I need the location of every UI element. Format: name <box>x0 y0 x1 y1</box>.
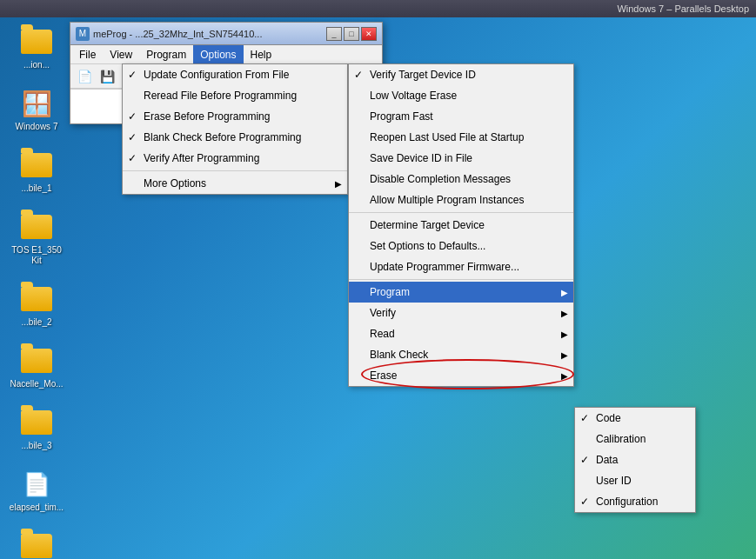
prog-submenu-label: User ID <box>596 475 632 487</box>
program-submenu: ✓ Code Calibration ✓ Data User ID ✓ Conf… <box>574 407 696 513</box>
close-button[interactable]: ✕ <box>361 27 377 41</box>
prog-submenu-userid[interactable]: User ID <box>575 470 695 491</box>
submenu-item-label: Reopen Last Used File at Startup <box>370 131 524 143</box>
checkmark-icon: ✓ <box>580 454 589 466</box>
toolbar-new[interactable]: 📄 <box>74 67 95 86</box>
prog-submenu-code[interactable]: ✓ Code <box>575 408 695 429</box>
menu-verify-after[interactable]: ✓ Verify After Programming <box>123 148 347 169</box>
submenu-item-label: Program <box>370 286 410 298</box>
checkmark-icon: ✓ <box>580 496 589 508</box>
menu-more-options[interactable]: More Options ▶ <box>123 173 347 194</box>
submenu-disable-completion[interactable]: Disable Completion Messages <box>349 169 573 190</box>
arrow-icon: ▶ <box>561 288 568 297</box>
prog-submenu-configuration[interactable]: ✓ Configuration <box>575 491 695 512</box>
submenu-blank-check[interactable]: Blank Check ▶ <box>349 344 573 365</box>
prog-submenu-label: Configuration <box>596 496 658 508</box>
toolbar-save[interactable]: 💾 <box>97 67 117 86</box>
taskbar-title: Windows 7 – Parallels Desktop <box>617 3 749 14</box>
submenu-determine-target[interactable]: Determine Target Device <box>349 215 573 236</box>
submenu-verify[interactable]: Verify ▶ <box>349 303 573 323</box>
submenu-item-label: Erase <box>370 369 397 382</box>
menu-reread-file[interactable]: Reread File Before Programming <box>123 85 347 106</box>
checkmark-icon: ✓ <box>128 69 137 81</box>
submenu-allow-multiple[interactable]: Allow Multiple Program Instances <box>349 190 573 210</box>
more-options-submenu: ✓ Verify Target Device ID Low Voltage Er… <box>348 63 574 387</box>
list-item[interactable]: ...pani <box>9 530 64 559</box>
prog-submenu-label: Code <box>596 412 621 424</box>
checkmark-icon: ✓ <box>128 131 137 143</box>
menu-update-config[interactable]: ✓ Update Configuration From File <box>123 64 347 85</box>
menu-blank-check[interactable]: ✓ Blank Check Before Programming <box>123 127 347 148</box>
arrow-icon: ▶ <box>561 329 568 339</box>
submenu-program[interactable]: Program ▶ <box>349 282 573 303</box>
menu-item-label: More Options <box>144 177 206 190</box>
maximize-button[interactable]: □ <box>344 27 359 41</box>
list-item[interactable]: Nacelle_Mo... <box>9 345 64 389</box>
submenu-verify-target[interactable]: ✓ Verify Target Device ID <box>349 64 573 85</box>
submenu-save-device-id[interactable]: Save Device ID in File <box>349 148 573 169</box>
menu-item-label: Reread File Before Programming <box>144 90 297 102</box>
list-item[interactable]: TOS E1_350 Kit <box>9 211 64 266</box>
submenu-item-label: Low Voltage Erase <box>370 90 457 102</box>
arrow-icon: ▶ <box>335 179 342 189</box>
menu-help[interactable]: Help <box>244 45 279 63</box>
window-controls: _ □ ✕ <box>326 27 377 41</box>
icon-label: ...bile_3 <box>21 441 51 451</box>
menu-bar: File View Program Options Help <box>70 45 382 64</box>
submenu-reopen-last[interactable]: Reopen Last Used File at Startup <box>349 127 573 148</box>
submenu-separator <box>349 212 573 213</box>
icon-label: ...bile_2 <box>21 317 51 328</box>
menu-program[interactable]: Program <box>139 45 193 63</box>
submenu-separator2 <box>349 279 573 280</box>
menu-view[interactable]: View <box>103 45 139 63</box>
submenu-low-voltage[interactable]: Low Voltage Erase <box>349 85 573 106</box>
list-item[interactable]: ...bile_3 <box>9 407 64 451</box>
options-dropdown: ✓ Update Configuration From File Reread … <box>122 63 348 195</box>
desktop-icons: ...ion... 🪟 Windows 7 ...bile_1 TOS E1_3… <box>9 26 64 559</box>
list-item[interactable]: 📄 elapsed_tim... <box>9 469 64 513</box>
arrow-icon: ▶ <box>561 371 568 381</box>
submenu-update-firmware[interactable]: Update Programmer Firmware... <box>349 256 573 277</box>
prog-submenu-label: Data <box>596 454 618 466</box>
checkmark-icon: ✓ <box>354 69 363 81</box>
menu-item-label: Blank Check Before Programming <box>144 131 301 143</box>
submenu-item-label: Disable Completion Messages <box>370 173 511 185</box>
prog-submenu-calibration[interactable]: Calibration <box>575 429 695 449</box>
list-item[interactable]: ...bile_2 <box>9 283 64 328</box>
icon-label: elapsed_tim... <box>10 502 64 513</box>
list-item[interactable]: ...bile_1 <box>9 150 64 194</box>
icon-label: ...bile_1 <box>21 183 51 194</box>
menu-options[interactable]: Options <box>193 45 243 63</box>
submenu-item-label: Verify Target Device ID <box>370 69 476 81</box>
submenu-item-label: Verify <box>370 307 396 319</box>
window-title: meProg - ...25_32Mhz_Int_SN754410... <box>93 29 326 39</box>
desktop: Windows 7 – Parallels Desktop ...ion... … <box>0 0 756 559</box>
submenu-item-label: Program Fast <box>370 110 433 123</box>
list-item[interactable]: 🪟 Windows 7 <box>9 88 64 132</box>
menu-erase-before[interactable]: ✓ Erase Before Programming <box>123 106 347 127</box>
submenu-item-label: Allow Multiple Program Instances <box>370 194 524 206</box>
minimize-button[interactable]: _ <box>326 27 342 41</box>
prog-submenu-data[interactable]: ✓ Data <box>575 449 695 470</box>
submenu-item-label: Set Options to Defaults... <box>370 240 485 252</box>
submenu-item-label: Blank Check <box>370 349 428 361</box>
icon-label: Nacelle_Mo... <box>10 379 63 389</box>
menu-file[interactable]: File <box>72 45 103 63</box>
submenu-erase[interactable]: Erase ▶ <box>349 365 573 386</box>
icon-label: ...ion... <box>23 60 50 70</box>
list-item[interactable]: ...ion... <box>9 26 64 70</box>
submenu-item-label: Save Device ID in File <box>370 152 472 164</box>
submenu-item-label: Read <box>370 328 395 340</box>
menu-item-label: Erase Before Programming <box>144 110 270 123</box>
submenu-read[interactable]: Read ▶ <box>349 323 573 344</box>
checkmark-icon: ✓ <box>580 412 589 424</box>
app-icon: M <box>76 27 90 41</box>
submenu-set-defaults[interactable]: Set Options to Defaults... <box>349 236 573 256</box>
taskbar-top: Windows 7 – Parallels Desktop <box>0 0 756 17</box>
checkmark-icon: ✓ <box>128 152 137 164</box>
menu-item-label: Verify After Programming <box>144 152 259 164</box>
arrow-icon: ▶ <box>561 309 568 318</box>
prog-submenu-label: Calibration <box>596 433 646 445</box>
submenu-program-fast[interactable]: Program Fast <box>349 106 573 127</box>
icon-label: TOS E1_350 Kit <box>9 245 64 266</box>
